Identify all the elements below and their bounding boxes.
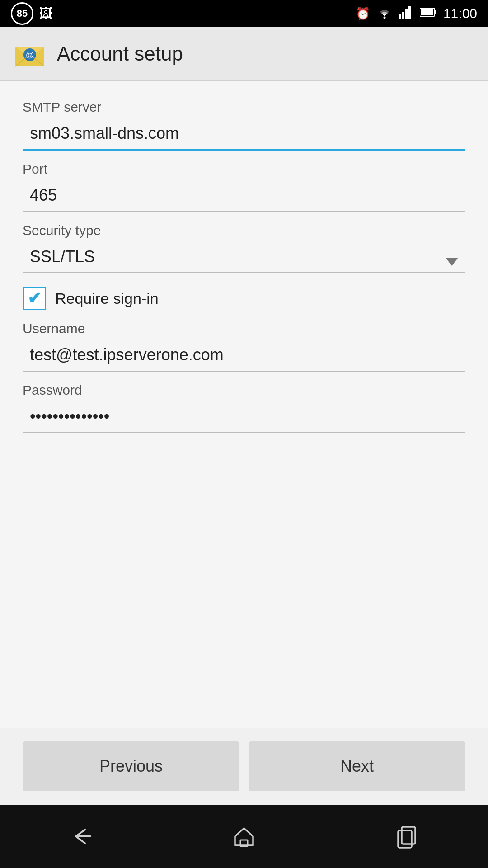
battery-icon	[420, 7, 437, 21]
recents-button[interactable]	[389, 818, 425, 854]
smtp-server-input[interactable]	[23, 119, 465, 151]
svg-rect-3	[405, 9, 408, 19]
wifi-icon	[376, 5, 393, 22]
email-app-icon: @	[14, 38, 46, 70]
nav-bar	[0, 805, 488, 868]
username-label: Username	[23, 321, 465, 336]
require-signin-label: Require sign-in	[55, 290, 159, 307]
buttons-area: Previous Next	[0, 728, 488, 805]
status-time: 11:00	[443, 6, 477, 21]
password-input[interactable]	[23, 402, 465, 433]
smtp-server-label: SMTP server	[23, 99, 465, 115]
password-label: Password	[23, 382, 465, 398]
security-type-label: Security type	[23, 223, 465, 238]
alarm-icon: ⏰	[356, 7, 370, 21]
back-button[interactable]	[63, 818, 99, 854]
dropdown-arrow-icon	[446, 258, 458, 266]
previous-button[interactable]: Previous	[23, 741, 239, 791]
password-field-container	[23, 402, 465, 433]
username-field-container	[23, 341, 465, 372]
svg-rect-6	[435, 10, 436, 14]
require-signin-row[interactable]: ✔ Require sign-in	[23, 287, 465, 310]
svg-rect-1	[399, 14, 401, 19]
main-content: SMTP server Port Security type SSL/TLS S…	[0, 81, 488, 728]
home-button[interactable]	[226, 818, 262, 854]
signal-icon	[399, 5, 413, 22]
smtp-server-field-container	[23, 119, 465, 151]
status-bar: 85 🖼 ⏰	[0, 0, 488, 27]
svg-text:@: @	[26, 50, 34, 59]
notification-badge: 85	[11, 2, 33, 25]
port-input[interactable]	[23, 181, 465, 212]
require-signin-checkbox[interactable]: ✔	[23, 287, 46, 310]
svg-rect-16	[398, 830, 412, 848]
svg-rect-4	[408, 6, 411, 19]
status-left: 85 🖼	[11, 2, 52, 25]
page-title: Account setup	[57, 42, 183, 65]
port-field-container	[23, 181, 465, 212]
image-icon: 🖼	[39, 6, 52, 21]
svg-rect-2	[402, 12, 404, 19]
svg-rect-15	[402, 827, 415, 844]
username-input[interactable]	[23, 341, 465, 372]
app-bar: @ Account setup	[0, 27, 488, 81]
next-button[interactable]: Next	[249, 741, 465, 791]
port-label: Port	[23, 161, 465, 177]
security-type-select[interactable]: SSL/TLS STARTTLS None	[23, 243, 465, 273]
svg-rect-7	[421, 9, 433, 15]
svg-point-0	[383, 16, 385, 19]
status-right: ⏰ 11:00	[356, 5, 477, 22]
checkmark-icon: ✔	[28, 289, 41, 308]
security-type-field-container[interactable]: SSL/TLS STARTTLS None	[23, 243, 465, 273]
